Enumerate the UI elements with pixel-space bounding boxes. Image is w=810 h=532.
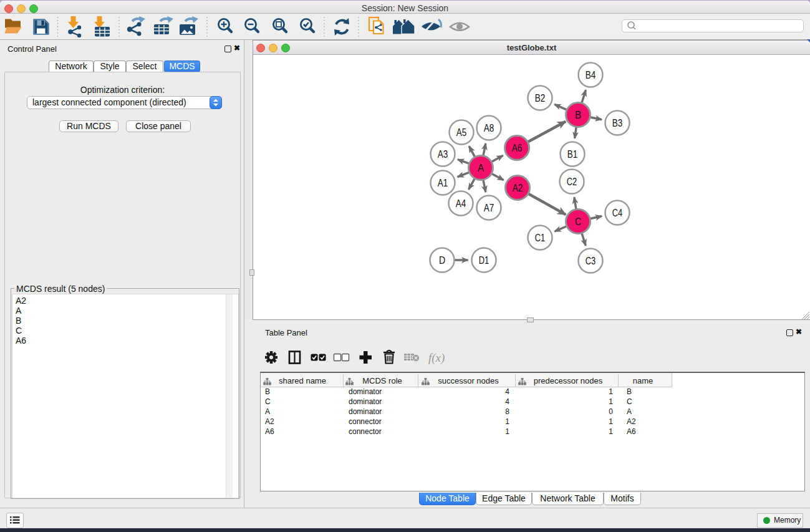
svg-text:f(x): f(x) [428, 351, 445, 365]
svg-text:D: D [439, 254, 445, 266]
svg-text:C: C [575, 216, 581, 228]
svg-text:A6: A6 [512, 142, 523, 154]
svg-text:B3: B3 [612, 117, 623, 129]
svg-text:D1: D1 [479, 254, 489, 266]
svg-text:A4: A4 [456, 198, 466, 210]
svg-text:A7: A7 [484, 202, 494, 214]
svg-text:A8: A8 [484, 122, 494, 134]
svg-text:C4: C4 [612, 207, 623, 219]
svg-text:A2: A2 [513, 182, 523, 194]
svg-text:A5: A5 [456, 127, 467, 138]
svg-text:A3: A3 [438, 148, 448, 160]
svg-text:B4: B4 [586, 69, 596, 81]
svg-text:C1: C1 [535, 232, 546, 244]
svg-text:C3: C3 [586, 255, 596, 267]
svg-text:B1: B1 [567, 148, 578, 160]
svg-text:B2: B2 [535, 92, 546, 104]
svg-text:A1: A1 [438, 177, 448, 189]
svg-text:B: B [575, 109, 581, 121]
svg-text:C2: C2 [567, 176, 577, 188]
svg-text:A: A [478, 162, 485, 174]
